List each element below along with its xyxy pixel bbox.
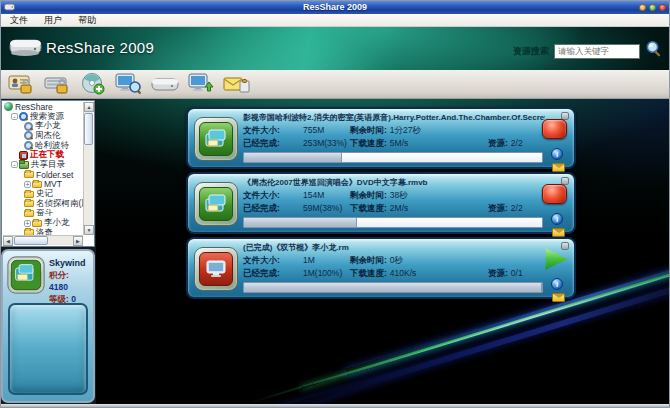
- user-name: Skywind: [49, 257, 89, 269]
- scroll-up-icon[interactable]: ▲: [84, 102, 94, 112]
- sources-value: 2/2: [511, 138, 523, 148]
- tree-item-folder[interactable]: Folder.set: [4, 170, 83, 180]
- card-options-icon[interactable]: [561, 242, 569, 250]
- info-icon[interactable]: [551, 278, 563, 290]
- menu-user[interactable]: 用户: [44, 14, 62, 27]
- completed-value: 1M(100%): [303, 268, 342, 278]
- completed-value: 253M(33%): [303, 138, 347, 148]
- expand-toggle-icon[interactable]: +: [24, 181, 31, 188]
- download-card[interactable]: 《周杰伦2007世界巡回演唱会》DVD中文字幕.rmvb 文件大小: 154M …: [186, 172, 576, 234]
- hard-drive-icon[interactable]: [150, 71, 180, 97]
- expand-toggle-icon[interactable]: +: [24, 220, 31, 227]
- download-card[interactable]: 影视帝国哈利波特2.消失的密室(英语原音).Harry.Potter.And.T…: [186, 107, 576, 169]
- maximize-button[interactable]: [649, 4, 656, 11]
- tree-horizontal-scrollbar[interactable]: ◀ ▶: [3, 235, 83, 245]
- time-remaining-value: 1分27秒: [390, 125, 421, 135]
- download-title: 影视帝国哈利波特2.消失的密室(英语原音).Harry.Potter.And.T…: [243, 112, 545, 123]
- file-type-icon: [194, 117, 238, 161]
- download-title: 《周杰伦2007世界巡回演唱会》DVD中文字幕.rmvb: [243, 177, 545, 188]
- completed-value: 59M(38%): [303, 203, 342, 213]
- tree-item-folder[interactable]: +李小龙: [4, 218, 83, 228]
- close-button[interactable]: [659, 4, 666, 11]
- user-card-lock-icon[interactable]: [6, 71, 36, 97]
- sources-value: 2/2: [511, 203, 523, 213]
- search-label: 资源搜索: [513, 45, 549, 58]
- tree-vertical-scrollbar[interactable]: ▲ ▼: [83, 102, 93, 235]
- sources-label: 资源:: [488, 138, 508, 148]
- tree-item-search-term[interactable]: 哈利波特: [4, 141, 83, 151]
- file-type-icon: [194, 247, 238, 291]
- message-icon[interactable]: [552, 228, 565, 237]
- completed-label: 已经完成:: [243, 268, 280, 278]
- tree-item-folder[interactable]: +MVT: [4, 180, 83, 190]
- minimize-button[interactable]: [639, 4, 646, 11]
- sidebar: ResShare -搜索资源 李小龙 周杰伦 哈利波特 正在下载 -共享目录 F…: [0, 99, 96, 404]
- time-remaining-value: 38秒: [390, 190, 408, 200]
- progress-bar: [243, 217, 543, 228]
- scroll-down-icon[interactable]: ▼: [84, 225, 94, 235]
- shared-folder-icon: [19, 161, 29, 169]
- download-list-area: 影视帝国哈利波特2.消失的密室(英语原音).Harry.Potter.And.T…: [96, 99, 670, 404]
- globe-icon: [4, 102, 13, 111]
- sources-label: 资源:: [488, 203, 508, 213]
- title-bar[interactable]: ResShare 2009: [0, 0, 670, 14]
- search-input[interactable]: [554, 44, 640, 59]
- tree-item-folder[interactable]: 史记: [4, 189, 83, 199]
- tree-item-shared-directory[interactable]: -共享目录: [4, 160, 83, 170]
- progress-bar: [243, 282, 543, 293]
- time-remaining-value: 0秒: [390, 255, 403, 265]
- search-area: 资源搜索: [513, 40, 663, 62]
- tree-item-folder[interactable]: 名侦探柯南(剧场: [4, 199, 83, 209]
- user-points: 积分: 4180: [49, 269, 89, 293]
- folder-icon: [32, 220, 42, 227]
- sources-value: 0/1: [511, 268, 523, 278]
- menu-file[interactable]: 文件: [10, 14, 28, 27]
- file-size-label: 文件大小:: [243, 190, 280, 200]
- scroll-right-icon[interactable]: ▶: [73, 236, 83, 246]
- window-bottom-edge: [0, 404, 670, 408]
- stop-button[interactable]: [542, 119, 567, 139]
- speed-label: 下载速度:: [350, 268, 387, 278]
- message-icon[interactable]: [552, 293, 565, 302]
- menu-bar: 文件 用户 帮助: [0, 14, 670, 27]
- keyboard-lock-icon[interactable]: [42, 71, 72, 97]
- computer-search-icon[interactable]: [114, 71, 144, 97]
- info-icon[interactable]: [551, 148, 563, 160]
- time-remaining-label: 剩余时间:: [350, 190, 387, 200]
- collapse-toggle-icon[interactable]: -: [11, 161, 18, 168]
- stop-button[interactable]: [542, 184, 567, 204]
- time-remaining-label: 剩余时间:: [350, 125, 387, 135]
- toolbar: [0, 70, 670, 99]
- horizontal-scroll-thumb[interactable]: [14, 236, 48, 245]
- sources-label: 资源:: [488, 268, 508, 278]
- speed-value: 2M/s: [390, 203, 408, 213]
- tree-item-resshare-root[interactable]: ResShare: [4, 102, 83, 112]
- completed-label: 已经完成:: [243, 203, 280, 213]
- download-card[interactable]: (已完成)《双节棍》李小龙.rm 文件大小: 1M 剩余时间:0秒 已经完成: …: [186, 237, 576, 299]
- scroll-left-icon[interactable]: ◀: [3, 236, 13, 246]
- disc-add-icon[interactable]: [78, 71, 108, 97]
- computer-upload-icon[interactable]: [186, 71, 216, 97]
- user-info-panel: Skywind 积分: 4180 等级: 0: [1, 249, 95, 403]
- tree-item-downloading[interactable]: 正在下载: [4, 150, 83, 160]
- search-icon: [24, 141, 33, 150]
- tree-item-folder[interactable]: 奋斗: [4, 209, 83, 219]
- speed-label: 下载速度:: [350, 203, 387, 213]
- collapse-toggle-icon[interactable]: -: [11, 113, 18, 120]
- tree-item-folder[interactable]: 洛奇: [4, 228, 83, 235]
- vertical-scroll-thumb[interactable]: [84, 113, 93, 145]
- tree-item-search-term[interactable]: 周杰伦: [4, 131, 83, 141]
- info-icon[interactable]: [551, 213, 563, 225]
- tree-item-search-term[interactable]: 李小龙: [4, 121, 83, 131]
- mail-copy-icon[interactable]: [222, 71, 252, 97]
- search-icon: [24, 131, 33, 140]
- search-icon[interactable]: [645, 40, 663, 62]
- time-remaining-label: 剩余时间:: [350, 255, 387, 265]
- folder-icon: [24, 200, 34, 207]
- menu-help[interactable]: 帮助: [78, 14, 96, 27]
- play-button[interactable]: [543, 247, 569, 271]
- message-icon[interactable]: [552, 163, 565, 172]
- tree-item-search-resources[interactable]: -搜索资源: [4, 112, 83, 122]
- search-icon: [24, 122, 33, 131]
- resource-tree-panel: ResShare -搜索资源 李小龙 周杰伦 哈利波特 正在下载 -共享目录 F…: [1, 100, 95, 247]
